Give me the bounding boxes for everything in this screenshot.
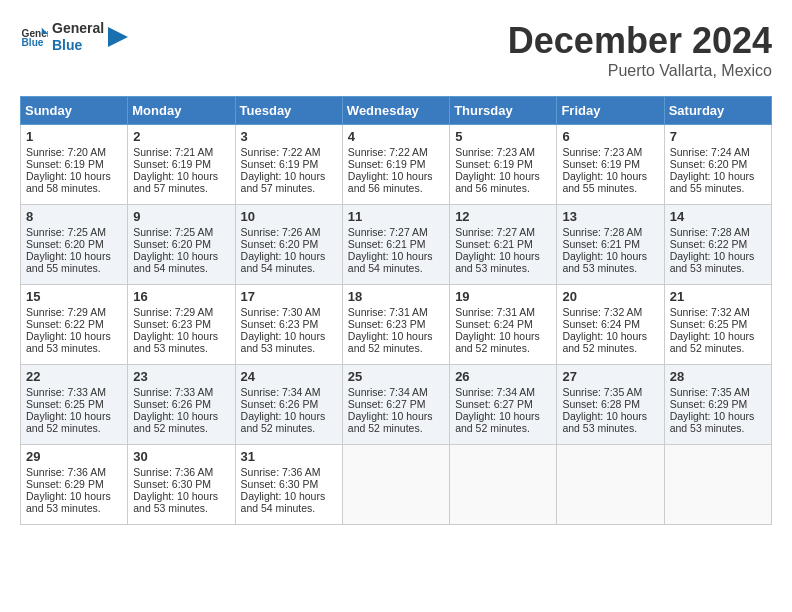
day-cell: 2Sunrise: 7:21 AMSunset: 6:19 PMDaylight…	[128, 125, 235, 205]
daylight-label: Daylight: 10 hours and 52 minutes.	[26, 410, 111, 434]
sunrise: Sunrise: 7:35 AM	[670, 386, 750, 398]
sunrise: Sunrise: 7:26 AM	[241, 226, 321, 238]
sunrise: Sunrise: 7:34 AM	[241, 386, 321, 398]
daylight-label: Daylight: 10 hours and 53 minutes.	[133, 330, 218, 354]
day-number: 10	[241, 209, 337, 224]
day-cell: 22Sunrise: 7:33 AMSunset: 6:25 PMDayligh…	[21, 365, 128, 445]
sunset: Sunset: 6:28 PM	[562, 398, 640, 410]
daylight-label: Daylight: 10 hours and 52 minutes.	[455, 330, 540, 354]
day-cell: 7Sunrise: 7:24 AMSunset: 6:20 PMDaylight…	[664, 125, 771, 205]
daylight-label: Daylight: 10 hours and 52 minutes.	[348, 410, 433, 434]
sunrise: Sunrise: 7:36 AM	[241, 466, 321, 478]
day-number: 11	[348, 209, 444, 224]
day-number: 7	[670, 129, 766, 144]
daylight-label: Daylight: 10 hours and 52 minutes.	[455, 410, 540, 434]
day-number: 13	[562, 209, 658, 224]
day-cell: 11Sunrise: 7:27 AMSunset: 6:21 PMDayligh…	[342, 205, 449, 285]
col-header-saturday: Saturday	[664, 97, 771, 125]
daylight-label: Daylight: 10 hours and 53 minutes.	[241, 330, 326, 354]
sunrise: Sunrise: 7:21 AM	[133, 146, 213, 158]
sunset: Sunset: 6:24 PM	[455, 318, 533, 330]
day-cell	[450, 445, 557, 525]
day-cell: 20Sunrise: 7:32 AMSunset: 6:24 PMDayligh…	[557, 285, 664, 365]
daylight-label: Daylight: 10 hours and 55 minutes.	[26, 250, 111, 274]
title-block: December 2024 Puerto Vallarta, Mexico	[508, 20, 772, 80]
sunset: Sunset: 6:30 PM	[133, 478, 211, 490]
day-number: 4	[348, 129, 444, 144]
day-number: 3	[241, 129, 337, 144]
sunrise: Sunrise: 7:29 AM	[26, 306, 106, 318]
daylight-label: Daylight: 10 hours and 56 minutes.	[348, 170, 433, 194]
daylight-label: Daylight: 10 hours and 53 minutes.	[26, 330, 111, 354]
daylight-label: Daylight: 10 hours and 57 minutes.	[241, 170, 326, 194]
day-cell: 25Sunrise: 7:34 AMSunset: 6:27 PMDayligh…	[342, 365, 449, 445]
sunset: Sunset: 6:20 PM	[241, 238, 319, 250]
day-cell: 14Sunrise: 7:28 AMSunset: 6:22 PMDayligh…	[664, 205, 771, 285]
logo-text-general: General	[52, 20, 104, 37]
sunset: Sunset: 6:22 PM	[670, 238, 748, 250]
sunrise: Sunrise: 7:23 AM	[562, 146, 642, 158]
day-cell	[557, 445, 664, 525]
sunrise: Sunrise: 7:22 AM	[241, 146, 321, 158]
day-number: 6	[562, 129, 658, 144]
day-number: 9	[133, 209, 229, 224]
sunrise: Sunrise: 7:25 AM	[26, 226, 106, 238]
sunset: Sunset: 6:26 PM	[241, 398, 319, 410]
day-cell: 6Sunrise: 7:23 AMSunset: 6:19 PMDaylight…	[557, 125, 664, 205]
sunrise: Sunrise: 7:36 AM	[26, 466, 106, 478]
sunrise: Sunrise: 7:33 AM	[133, 386, 213, 398]
sunset: Sunset: 6:20 PM	[133, 238, 211, 250]
day-cell: 12Sunrise: 7:27 AMSunset: 6:21 PMDayligh…	[450, 205, 557, 285]
day-number: 21	[670, 289, 766, 304]
logo-text-blue: Blue	[52, 37, 104, 54]
daylight-label: Daylight: 10 hours and 56 minutes.	[455, 170, 540, 194]
sunrise: Sunrise: 7:27 AM	[348, 226, 428, 238]
sunset: Sunset: 6:19 PM	[348, 158, 426, 170]
daylight-label: Daylight: 10 hours and 57 minutes.	[133, 170, 218, 194]
sunset: Sunset: 6:19 PM	[562, 158, 640, 170]
sunrise: Sunrise: 7:28 AM	[670, 226, 750, 238]
sunset: Sunset: 6:23 PM	[348, 318, 426, 330]
sunset: Sunset: 6:19 PM	[241, 158, 319, 170]
daylight-label: Daylight: 10 hours and 54 minutes.	[241, 490, 326, 514]
day-cell: 21Sunrise: 7:32 AMSunset: 6:25 PMDayligh…	[664, 285, 771, 365]
day-number: 26	[455, 369, 551, 384]
sunset: Sunset: 6:19 PM	[455, 158, 533, 170]
day-number: 2	[133, 129, 229, 144]
day-cell: 5Sunrise: 7:23 AMSunset: 6:19 PMDaylight…	[450, 125, 557, 205]
sunset: Sunset: 6:21 PM	[562, 238, 640, 250]
sunset: Sunset: 6:26 PM	[133, 398, 211, 410]
daylight-label: Daylight: 10 hours and 53 minutes.	[562, 250, 647, 274]
col-header-friday: Friday	[557, 97, 664, 125]
sunset: Sunset: 6:30 PM	[241, 478, 319, 490]
week-row-4: 22Sunrise: 7:33 AMSunset: 6:25 PMDayligh…	[21, 365, 772, 445]
location-subtitle: Puerto Vallarta, Mexico	[508, 62, 772, 80]
sunset: Sunset: 6:23 PM	[241, 318, 319, 330]
sunrise: Sunrise: 7:27 AM	[455, 226, 535, 238]
day-cell: 10Sunrise: 7:26 AMSunset: 6:20 PMDayligh…	[235, 205, 342, 285]
day-cell: 8Sunrise: 7:25 AMSunset: 6:20 PMDaylight…	[21, 205, 128, 285]
logo: General Blue General Blue	[20, 20, 128, 54]
day-number: 30	[133, 449, 229, 464]
daylight-label: Daylight: 10 hours and 53 minutes.	[670, 250, 755, 274]
daylight-label: Daylight: 10 hours and 53 minutes.	[455, 250, 540, 274]
week-row-3: 15Sunrise: 7:29 AMSunset: 6:22 PMDayligh…	[21, 285, 772, 365]
sunrise: Sunrise: 7:23 AM	[455, 146, 535, 158]
day-number: 29	[26, 449, 122, 464]
day-cell: 27Sunrise: 7:35 AMSunset: 6:28 PMDayligh…	[557, 365, 664, 445]
day-number: 17	[241, 289, 337, 304]
sunset: Sunset: 6:22 PM	[26, 318, 104, 330]
sunset: Sunset: 6:21 PM	[348, 238, 426, 250]
day-number: 8	[26, 209, 122, 224]
sunset: Sunset: 6:20 PM	[670, 158, 748, 170]
month-title: December 2024	[508, 20, 772, 62]
daylight-label: Daylight: 10 hours and 58 minutes.	[26, 170, 111, 194]
day-number: 23	[133, 369, 229, 384]
day-number: 15	[26, 289, 122, 304]
day-cell: 18Sunrise: 7:31 AMSunset: 6:23 PMDayligh…	[342, 285, 449, 365]
logo-arrow-icon	[108, 27, 128, 47]
day-cell: 17Sunrise: 7:30 AMSunset: 6:23 PMDayligh…	[235, 285, 342, 365]
sunset: Sunset: 6:19 PM	[133, 158, 211, 170]
day-number: 5	[455, 129, 551, 144]
day-number: 18	[348, 289, 444, 304]
